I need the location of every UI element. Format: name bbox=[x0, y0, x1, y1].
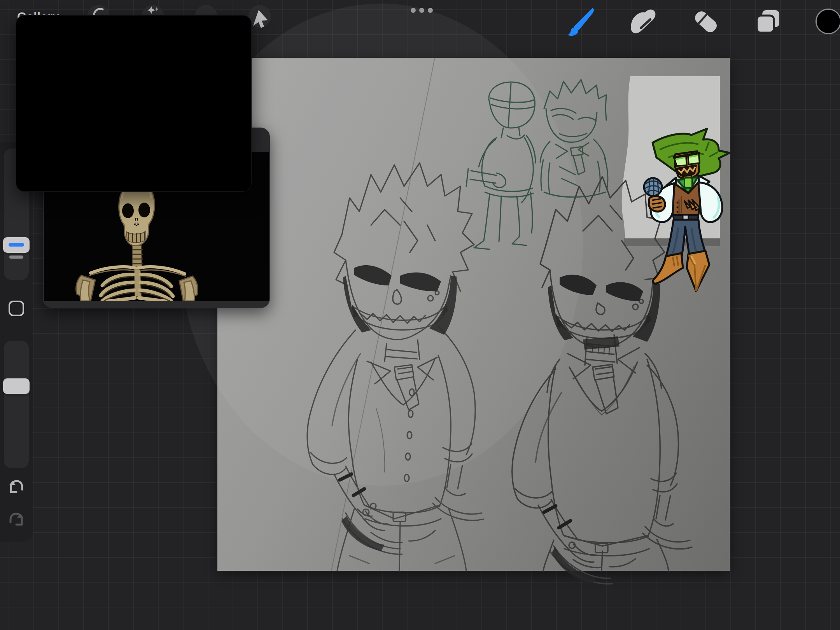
color-circle-icon[interactable] bbox=[816, 9, 840, 34]
drawing-canvas[interactable] bbox=[217, 58, 730, 571]
sidebar bbox=[0, 142, 33, 542]
colored-character-art bbox=[644, 129, 730, 291]
brush-size-accent-bar bbox=[9, 243, 24, 247]
modify-button[interactable] bbox=[9, 301, 24, 316]
eraser-icon[interactable] bbox=[691, 6, 721, 37]
brush-size-tick bbox=[9, 256, 23, 259]
transform-arrow-icon bbox=[250, 8, 270, 30]
redo-arrow-icon[interactable] bbox=[7, 511, 26, 530]
smudge-finger-icon[interactable] bbox=[628, 5, 658, 38]
paintbrush-icon[interactable] bbox=[565, 6, 596, 37]
wrench-icon bbox=[92, 7, 106, 15]
opacity-handle[interactable] bbox=[3, 378, 30, 394]
procreate-app: Gallery bbox=[0, 0, 840, 630]
canvas-artwork bbox=[217, 58, 730, 571]
brush-size-handle[interactable] bbox=[3, 237, 30, 253]
opacity-slider[interactable] bbox=[4, 341, 29, 468]
more-options-button[interactable] bbox=[411, 8, 433, 13]
black-popup-window[interactable] bbox=[16, 15, 252, 192]
sparkle-adjustments-icon bbox=[146, 5, 159, 15]
layers-icon[interactable] bbox=[753, 6, 783, 37]
undo-arrow-icon[interactable] bbox=[7, 479, 26, 497]
